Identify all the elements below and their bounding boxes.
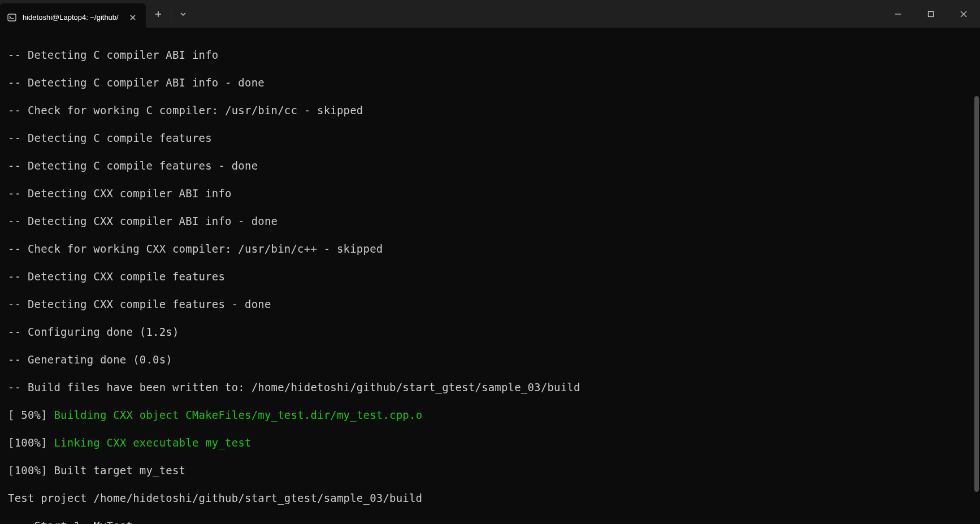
- output-line: -- Detecting CXX compiler ABI info - don…: [8, 214, 972, 228]
- output-line: -- Check for working C compiler: /usr/bi…: [8, 103, 972, 118]
- window-titlebar: hidetoshi@Laptop4: ~/github/: [0, 0, 980, 28]
- window-minimize-button[interactable]: [882, 0, 914, 28]
- svg-rect-0: [8, 14, 16, 21]
- window-maximize-button[interactable]: [914, 0, 947, 28]
- output-line: -- Build files have been written to: /ho…: [8, 380, 972, 395]
- scrollbar-thumb[interactable]: [974, 96, 979, 492]
- output-line: -- Detecting CXX compile features - done: [8, 297, 972, 311]
- output-line: -- Check for working CXX compiler: /usr/…: [8, 242, 972, 256]
- svg-rect-1: [929, 11, 934, 16]
- tab-dropdown-button[interactable]: [171, 6, 196, 22]
- tab-close-button[interactable]: [128, 12, 138, 23]
- output-line: -- Generating done (0.0s): [8, 353, 972, 367]
- output-line: [100%] Built target my_test: [8, 464, 972, 478]
- output-line: -- Detecting C compiler ABI info - done: [8, 76, 972, 90]
- output-line: -- Configuring done (1.2s): [8, 325, 972, 339]
- window-close-button[interactable]: [947, 0, 980, 28]
- titlebar-drag-region[interactable]: [196, 0, 882, 28]
- terminal-viewport[interactable]: -- Detecting C compiler ABI info -- Dete…: [0, 28, 980, 524]
- output-line: [ 50%] Building CXX object CMakeFiles/my…: [8, 408, 972, 422]
- tab-title: hidetoshi@Laptop4: ~/github/: [23, 13, 119, 21]
- terminal-icon: [7, 12, 17, 23]
- output-line: -- Detecting CXX compile features: [8, 270, 972, 284]
- output-line: -- Detecting C compiler ABI info: [8, 48, 972, 62]
- output-line: -- Detecting C compile features - done: [8, 159, 972, 173]
- terminal-tab[interactable]: hidetoshi@Laptop4: ~/github/: [0, 3, 146, 31]
- output-line: Start 1: MyTest: [8, 519, 972, 525]
- output-line: -- Detecting CXX compiler ABI info: [8, 187, 972, 201]
- output-line: [100%] Linking CXX executable my_test: [8, 436, 972, 450]
- new-tab-button[interactable]: [146, 0, 171, 28]
- output-line: -- Detecting C compile features: [8, 131, 972, 145]
- output-line: Test project /home/hidetoshi/github/star…: [8, 491, 972, 505]
